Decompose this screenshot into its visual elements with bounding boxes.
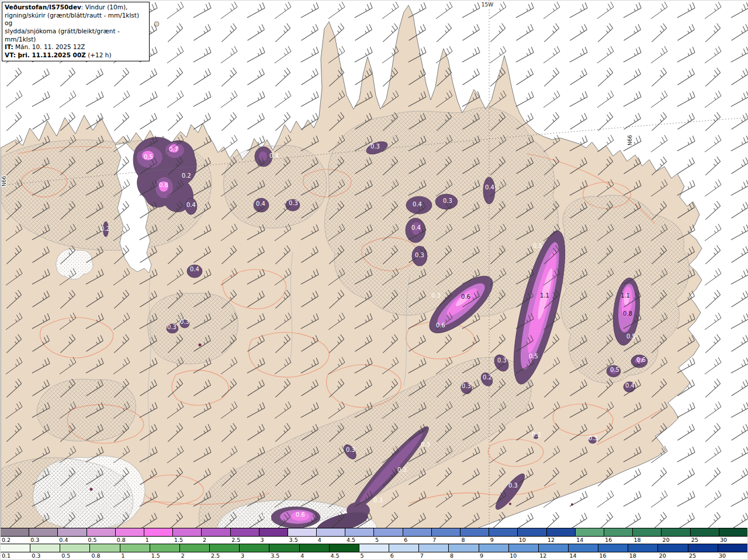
colorbar-tick-label: 20: [662, 537, 690, 544]
colorbar-tick-label: 30: [718, 552, 747, 559]
precip-value-label: 0.3: [497, 357, 507, 364]
colorbar-cell: [299, 544, 329, 552]
title-line-3: slydda/snjókoma (grátt/bleikt/grænt - mm…: [5, 27, 146, 43]
colorbar-tick-label: 0.2: [1, 537, 29, 544]
colorbar-cell: [179, 544, 209, 552]
colorbar-tick-label: 6: [389, 552, 419, 559]
valid-time: VT: þri. 11.11.2025 00Z (+12 h): [5, 51, 146, 60]
snow-scale: 0.20.30.40.50.811.522.533.544.5567891012…: [1, 528, 747, 544]
colorbar-cell: [144, 528, 172, 536]
colorbar-cell: [632, 528, 661, 536]
colorbar-tick-label: 1: [144, 537, 173, 544]
precip-value-label: 0.4: [190, 266, 199, 272]
precip-value-label: 0.3: [431, 292, 441, 299]
colorbar-cell: [661, 528, 690, 536]
colorbar-cell: [489, 528, 517, 536]
title-line-1: Veðurstofan/IS750dev: Vindur (10m),: [5, 4, 146, 12]
colorbar-tick-label: 25: [690, 537, 719, 544]
colorbar-tick-label: 3.5: [288, 537, 317, 544]
colorbar-cell: [508, 544, 538, 552]
colorbar-cell: [329, 544, 359, 552]
colorbar-cell: [575, 528, 604, 536]
colorbar-tick-label: 4.5: [329, 552, 359, 559]
meridian-label: 15W: [482, 2, 493, 8]
colorbar-tick-label: 30: [719, 537, 747, 544]
colorbar-cell: [628, 544, 657, 552]
colorbar-cell: [120, 544, 150, 552]
colorbar-cell: [57, 528, 86, 536]
precip-value-label: 0.5: [533, 243, 542, 249]
colorbar-tick-label: 3: [259, 537, 288, 544]
colorbar-tick-label: 9: [479, 552, 508, 559]
colorbar-tick-label: 14: [575, 537, 604, 544]
colorbar-tick-label: 0.8: [116, 537, 144, 544]
wind-barbs-overlay: [1, 1, 748, 530]
precip-value-label: 0.3: [397, 466, 407, 473]
colorbar-tick-label: 18: [632, 537, 661, 544]
colorbar-tick-label: 6: [403, 537, 431, 544]
colorbar-cell: [403, 528, 431, 536]
rain-scale: 0.10.30.50.811.522.533.544.5567891012141…: [1, 544, 747, 559]
colorbar-cell: [29, 528, 57, 536]
precip-value-label: 0.6: [296, 511, 305, 518]
colorbar-cell: [688, 544, 718, 552]
precip-value-label: 0.2: [182, 172, 191, 179]
colorbar-cell: [604, 528, 632, 536]
precip-value-label: 0.4: [256, 201, 265, 207]
colorbar-cell: [172, 528, 201, 536]
colorbar-tick-label: 12: [546, 537, 575, 544]
colorbar-cell: [345, 528, 373, 536]
title-box: Veðurstofan/IS750dev: Vindur (10m), rign…: [2, 2, 150, 61]
precip-value-label: 0.4: [269, 153, 279, 159]
colorbar-cell: [373, 528, 402, 536]
colorbar-cell: [460, 528, 489, 536]
precip-value-label: 0.6: [461, 293, 470, 300]
precip-value-label: 0.2: [532, 431, 541, 438]
precip-value-label: 0.4: [186, 202, 196, 208]
colorbar-cell: [389, 544, 418, 552]
colorbar-tick-label: 9: [489, 537, 518, 544]
colorbar-cell: [719, 528, 747, 536]
colorbar-tick-label: 0.5: [60, 552, 90, 559]
colorbar-cell: [431, 528, 460, 536]
colorbar-cell: [269, 544, 299, 552]
parallel-label-right: N66: [627, 135, 633, 146]
colorbar-tick-label: 5: [374, 537, 403, 544]
colorbar-tick-label: 8: [460, 537, 489, 544]
precip-value-label: 0.5: [626, 333, 636, 340]
colorbar-tick-label: 2: [202, 537, 230, 544]
precip-value-label: 0.3: [373, 497, 383, 503]
colorbar-tick-label: 4: [299, 552, 329, 559]
precip-value-label: 0.5: [144, 154, 153, 160]
colorbar-tick-label: 10: [508, 552, 538, 559]
precip-value-label: 0.3: [180, 319, 189, 325]
colorbar-cell: [546, 528, 575, 536]
colorbar-tick-label: 4.5: [345, 537, 374, 544]
colorbar-cell: [316, 528, 345, 536]
precip-value-label: 0.3: [289, 200, 298, 206]
colorbar-tick-label: 2.5: [230, 537, 259, 544]
colorbar-cell: [288, 528, 316, 536]
colorbar-tick-label: 0.3: [29, 537, 58, 544]
colorbar-tick-label: 5: [359, 552, 389, 559]
colorbar-tick-label: 16: [604, 537, 632, 544]
colorbar-tick-label: 16: [598, 552, 628, 559]
snow-scale-labels: 0.20.30.40.50.811.522.533.544.5567891012…: [1, 537, 747, 544]
precip-value-label: 0.8: [159, 182, 168, 188]
colorbar-cell: [418, 544, 448, 552]
precip-value-label: 0.3: [443, 198, 452, 204]
colorbar-cell: [448, 544, 478, 552]
precip-value-label: 0.4: [411, 224, 421, 231]
colorbar-tick-label: 0.3: [30, 552, 60, 559]
product-name: Veðurstofan/IS750dev: [5, 4, 81, 11]
colorbar-tick-label: 2: [180, 552, 210, 559]
rain-scale-swatches: [1, 544, 747, 552]
colorbar-cell: [30, 544, 60, 552]
colorbar-cell: [89, 544, 119, 552]
colorbar-tick-label: 0.4: [58, 537, 86, 544]
parallel-label-left: N66: [1, 176, 7, 186]
precip-value-label: 1.1: [540, 292, 549, 299]
colorbar-cell: [150, 544, 179, 552]
precip-value-label: 0.6: [636, 357, 646, 363]
colorbar-cell: [568, 544, 598, 552]
